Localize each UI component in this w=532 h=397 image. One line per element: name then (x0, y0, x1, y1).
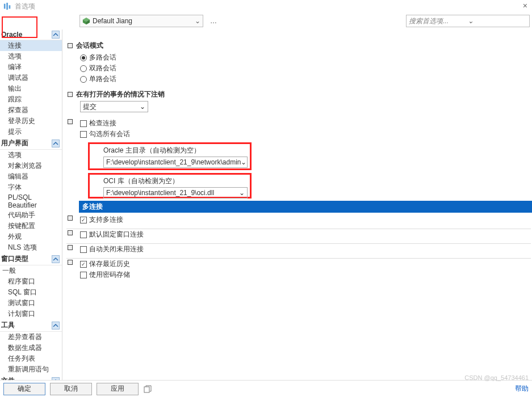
titlebar: 首选项 × (0, 0, 532, 12)
checkbox-label: 默认固定窗口连接 (89, 230, 144, 239)
sidebar-item[interactable]: 外观 (0, 231, 62, 242)
oracle-home-select[interactable]: F:\develop\instantclient_21_9\network\ad… (103, 157, 248, 168)
close-icon[interactable]: × (523, 1, 527, 10)
sidebar-item[interactable]: 程序窗口 (0, 276, 62, 287)
section-title: 会话模式 (76, 41, 103, 50)
checkbox-label: 检查连接 (89, 119, 116, 128)
section-toggle-icon[interactable] (68, 92, 73, 97)
sidebar-header-files[interactable]: 文件 (0, 375, 62, 380)
sidebar-header-oracle[interactable]: Oracle (0, 29, 62, 40)
checkbox-label: 支持多连接 (89, 215, 123, 225)
chevron-down-icon: ⌄ (468, 17, 527, 25)
sidebar-header-windowtype[interactable]: 窗口类型 (0, 253, 62, 265)
chevron-up-icon[interactable] (52, 322, 60, 330)
chevron-down-icon: ⌄ (195, 17, 200, 25)
radio-multi-session[interactable] (80, 54, 87, 61)
profile-label: Default Jiang (93, 17, 195, 25)
sidebar-item[interactable]: 字体 (0, 182, 62, 193)
checkbox-multi-conn[interactable] (80, 217, 87, 223)
sidebar-item[interactable]: 数据生成器 (0, 343, 62, 353)
radio-single-session[interactable] (80, 76, 87, 83)
checkbox-save-history[interactable] (80, 261, 87, 268)
oci-lib-select[interactable]: F:\develop\instantclient_21_9\oci.dll⌄ (103, 187, 248, 198)
cube-icon (82, 17, 90, 25)
section-toggle-icon[interactable] (68, 245, 73, 250)
checkbox-label: 自动关闭未用连接 (89, 244, 144, 254)
section-toggle-icon[interactable] (68, 230, 73, 235)
sidebar-item[interactable]: 跟踪 (0, 94, 62, 105)
sidebar-item[interactable]: PL/SQL Beautifier (0, 193, 62, 210)
sidebar-item[interactable]: 登录历史 (0, 116, 62, 126)
sidebar-item[interactable]: 调试器 (0, 73, 62, 83)
sidebar-item[interactable]: 探查器 (0, 105, 62, 116)
sidebar-item[interactable]: 计划窗口 (0, 309, 62, 319)
section-toggle-icon[interactable] (68, 43, 73, 48)
checkbox-label: 使用密码存储 (89, 270, 130, 280)
sidebar-item[interactable]: 任务列表 (0, 353, 62, 364)
sidebar-item[interactable]: 对象浏览器 (0, 161, 62, 171)
oci-lib-label: OCI 库（自动检测为空） (103, 176, 246, 187)
sidebar-item[interactable]: 编译 (0, 62, 62, 73)
checkbox-check-connection[interactable] (80, 120, 87, 127)
more-button[interactable]: … (207, 17, 220, 25)
sidebar-item[interactable]: 差异查看器 (0, 332, 62, 343)
checkbox-auto-close[interactable] (80, 246, 87, 253)
ok-button[interactable]: 确定 (3, 383, 45, 395)
commit-select[interactable]: 提交⌄ (80, 101, 148, 112)
oracle-home-label: Oracle 主目录（自动检测为空） (103, 146, 246, 157)
window-title: 首选项 (15, 2, 35, 11)
section-title: 在有打开的事务的情况下注销 (76, 90, 165, 99)
sidebar-item[interactable]: 一般 (0, 265, 62, 276)
checkbox-label: 保存最近历史 (89, 259, 130, 269)
footer: 确定 取消 应用 帮助 (0, 380, 532, 397)
svg-rect-6 (144, 387, 149, 392)
section-toggle-icon[interactable] (68, 119, 73, 124)
help-link[interactable]: 帮助 (515, 384, 529, 394)
chevron-down-icon: ⌄ (239, 189, 245, 197)
checkbox-pin-window[interactable] (80, 231, 87, 238)
radio-label: 双路会话 (89, 64, 116, 73)
multi-conn-header: 多连接 (79, 201, 532, 213)
status-indicator-icon (92, 177, 97, 182)
toolbar: Default Jiang ⌄ … 搜索首选项... ⌄ (0, 12, 532, 29)
checkbox-password-store[interactable] (80, 272, 87, 278)
sidebar-item[interactable]: 提示 (0, 126, 62, 137)
sidebar: Oracle 连接 选项 编译 调试器 输出 跟踪 探查器 登录历史 提示 用户… (0, 29, 62, 380)
sidebar-header-ui[interactable]: 用户界面 (0, 137, 62, 150)
apply-button[interactable]: 应用 (97, 383, 139, 395)
svg-rect-2 (9, 5, 11, 9)
sidebar-item[interactable]: 编辑器 (0, 171, 62, 182)
sidebar-item[interactable]: NLS 选项 (0, 242, 62, 253)
cancel-button[interactable]: 取消 (50, 383, 92, 395)
sidebar-item[interactable]: 输出 (0, 83, 62, 94)
search-input[interactable]: 搜索首选项... ⌄ (406, 15, 530, 27)
radio-label: 单路会话 (89, 74, 116, 84)
chevron-up-icon[interactable] (52, 140, 60, 147)
svg-rect-1 (6, 3, 8, 10)
radio-dual-session[interactable] (80, 65, 87, 72)
content: 会话模式 多路会话 双路会话 单路会话 在有打开的事务的情况下注销 提交⌄ (62, 29, 532, 380)
sidebar-item-connection[interactable]: 连接 (0, 40, 62, 51)
svg-rect-0 (4, 4, 6, 9)
sidebar-item[interactable]: 重新调用语句 (0, 364, 62, 375)
chevron-down-icon: ⌄ (241, 158, 246, 166)
chevron-up-icon[interactable] (52, 255, 60, 263)
chevron-up-icon[interactable] (52, 31, 60, 39)
status-indicator-icon (92, 146, 97, 151)
sidebar-item[interactable]: 选项 (0, 150, 62, 161)
app-icon (3, 2, 11, 10)
sidebar-item[interactable]: 代码助手 (0, 210, 62, 221)
radio-label: 多路会话 (89, 53, 116, 62)
sidebar-item[interactable]: 选项 (0, 51, 62, 62)
checkbox-label: 勾选所有会话 (89, 129, 130, 139)
sidebar-header-tools[interactable]: 工具 (0, 319, 62, 332)
profile-select[interactable]: Default Jiang ⌄ (79, 15, 203, 27)
section-toggle-icon[interactable] (68, 216, 73, 221)
checkbox-select-all-sessions[interactable] (80, 131, 87, 138)
sidebar-item[interactable]: 测试窗口 (0, 298, 62, 309)
sidebar-item[interactable]: SQL 窗口 (0, 287, 62, 298)
sidebar-item[interactable]: 按键配置 (0, 221, 62, 231)
section-toggle-icon[interactable] (68, 260, 73, 265)
search-placeholder: 搜索首选项... (409, 16, 468, 26)
export-icon[interactable] (143, 385, 152, 394)
